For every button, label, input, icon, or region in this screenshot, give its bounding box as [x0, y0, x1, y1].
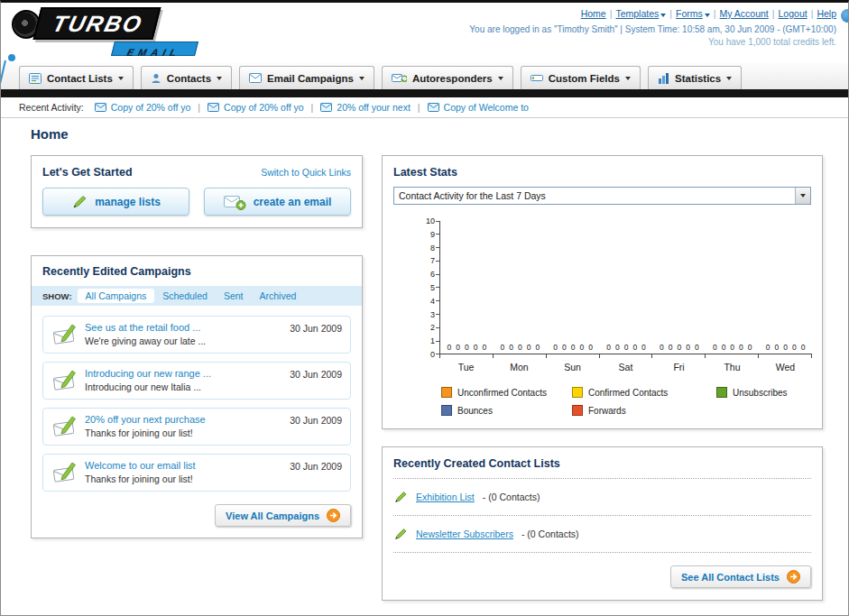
left-column: Let's Get Started Switch to Quick Links … [31, 155, 363, 538]
bar-chart-icon [658, 73, 669, 84]
recent-activity-item-label: Copy of 20% off yo [224, 102, 304, 113]
chevron-down-icon [498, 77, 503, 80]
see-all-contact-lists-button[interactable]: See All Contact Lists [670, 565, 811, 588]
filter-tab-scheduled[interactable]: Scheduled [154, 289, 216, 303]
link-templates[interactable]: Templates [615, 8, 666, 19]
show-label: SHOW: [42, 291, 72, 301]
select-arrow-button[interactable] [795, 188, 810, 204]
nav-tab-contact-lists[interactable]: Contact Lists [19, 66, 134, 89]
link-separator: | [669, 8, 672, 19]
legend-swatch [572, 387, 583, 398]
legend-label: Bounces [457, 406, 493, 416]
legend-item: Forwards [572, 405, 716, 416]
campaign-list: See us at the retail food ... We're givi… [32, 306, 362, 492]
recent-activity-item-label: Copy of 20% off yo [111, 102, 191, 113]
envelope-pencil-icon [51, 414, 79, 439]
recent-activity-item[interactable]: 20% off your next [320, 102, 411, 113]
campaign-row[interactable]: See us at the retail food ... We're givi… [42, 316, 351, 354]
legend-label: Unsubscribes [733, 388, 788, 398]
stats-period-select[interactable]: Contact Activity for the Last 7 Days [393, 187, 811, 205]
nav-tab-label: Autoresponders [412, 73, 493, 84]
campaign-row[interactable]: 20% off your next purchase Thanks for jo… [42, 408, 351, 446]
campaign-subtitle: Introducing our new Italia ... [85, 382, 343, 392]
chevron-down-icon [118, 77, 124, 80]
link-home[interactable]: Home [581, 8, 606, 19]
custom-fields-icon [531, 73, 543, 83]
chevron-down-icon [359, 77, 365, 80]
contact-lists-title: Recently Created Contact Lists [393, 457, 811, 470]
link-forms[interactable]: Forms [676, 8, 710, 19]
legend-item: Bounces [441, 405, 572, 416]
main-navigation: Contact Lists Contacts Email Campaigns A… [1, 62, 848, 89]
manage-lists-button[interactable]: manage lists [42, 188, 189, 216]
turbo-email-logo[interactable]: TURBO EMAIL [12, 6, 242, 59]
chart-legend: Unconfirmed ContactsConfirmed ContactsUn… [441, 387, 811, 416]
manage-lists-label: manage lists [95, 196, 161, 208]
chart-day-labels: TueMonSunSatFriThuWed [439, 358, 812, 372]
campaign-row[interactable]: Welcome to our email list Thanks for joi… [42, 454, 351, 492]
recent-activity-item[interactable]: Copy of Welcome to [428, 102, 529, 113]
link-separator: | [610, 8, 613, 19]
link-help[interactable]: Help [817, 8, 836, 19]
contact-list-row[interactable]: Exhibition List - (0 Contacts) [393, 487, 811, 507]
link-separator: | [714, 8, 716, 19]
chevron-down-icon [705, 14, 710, 17]
filter-tab-archived[interactable]: Archived [251, 289, 304, 303]
pencil-icon [71, 195, 88, 209]
create-email-button[interactable]: create an email [204, 188, 351, 216]
x-axis-label: Fri [652, 358, 706, 372]
contact-list-name-link[interactable]: Newsletter Subscribers [416, 529, 513, 539]
logo-sub-wordmark: EMAIL [111, 41, 198, 56]
contact-list-count: - (0 Contacts) [483, 492, 540, 502]
nav-divider-bar [1, 89, 848, 97]
y-axis-label: 7 [424, 257, 439, 265]
activity-separator: | [418, 102, 420, 113]
contacts-icon [151, 73, 161, 84]
link-logout[interactable]: Logout [779, 8, 807, 19]
contact-list-row[interactable]: Newsletter Subscribers - (0 Contacts) [393, 524, 811, 544]
dotted-divider [393, 552, 811, 553]
chart-value-group: 00000 [759, 343, 812, 354]
nav-tab-custom-fields[interactable]: Custom Fields [521, 66, 641, 89]
recently-created-lists-panel: Recently Created Contact Lists Exhibitio… [382, 446, 823, 601]
create-email-label: create an email [254, 196, 332, 208]
latest-stats-panel: Latest Stats Contact Activity for the La… [382, 155, 823, 429]
nav-tab-email-campaigns[interactable]: Email Campaigns [239, 66, 374, 89]
chart-value-group: 00000 [600, 343, 653, 354]
contact-list-name-link[interactable]: Exhibition List [416, 492, 475, 502]
legend-item: Confirmed Contacts [572, 387, 716, 398]
campaign-row[interactable]: Introducing our new range ... Introducin… [42, 362, 351, 400]
see-all-contact-lists-label: See All Contact Lists [681, 572, 780, 583]
chart-zero-row: 00000000000000000000000000000000000 [440, 343, 812, 354]
view-all-campaigns-button[interactable]: View All Campaigns [215, 504, 351, 527]
nav-tab-statistics[interactable]: Statistics [648, 66, 742, 89]
chart-value-group: 00000 [440, 343, 494, 354]
campaign-subtitle: Thanks for joining our list! [85, 428, 343, 438]
switch-quick-links-link[interactable]: Switch to Quick Links [261, 167, 351, 178]
envelope-icon [320, 103, 332, 112]
chevron-down-icon [625, 77, 631, 80]
pencil-icon [393, 527, 408, 541]
filter-tab-sent[interactable]: Sent [216, 289, 252, 303]
link-my-account[interactable]: My Account [720, 8, 769, 19]
chart-value-group: 00000 [547, 343, 600, 354]
y-axis-label: 10 [424, 217, 439, 225]
logo-main-wordmark: TURBO [33, 7, 161, 40]
campaign-date: 30 Jun 2009 [290, 415, 342, 426]
envelope-plus-icon [224, 194, 246, 210]
dotted-divider [393, 478, 811, 479]
link-separator: | [811, 8, 814, 19]
legend-swatch [572, 405, 583, 416]
nav-tab-contacts[interactable]: Contacts [141, 66, 232, 89]
y-axis-label: 0 [424, 350, 439, 358]
recent-activity-item[interactable]: Copy of 20% off yo [95, 102, 191, 113]
app-header: TURBO EMAIL Home|Templates|Forms|My Acco… [1, 3, 848, 62]
nav-tab-autoresponders[interactable]: Autoresponders [382, 66, 513, 89]
recent-activity-item[interactable]: Copy of 20% off yo [208, 102, 304, 113]
campaign-subtitle: We're giving away our late ... [85, 336, 343, 346]
filter-tab-all-campaigns[interactable]: All Campaigns [78, 289, 155, 303]
recently-edited-campaigns-panel: Recently Edited Campaigns SHOW: All Camp… [31, 255, 363, 538]
envelope-pencil-icon [51, 368, 79, 393]
campaign-date: 30 Jun 2009 [290, 369, 342, 380]
main-content: Home Let's Get Started Switch to Quick L… [1, 118, 848, 601]
